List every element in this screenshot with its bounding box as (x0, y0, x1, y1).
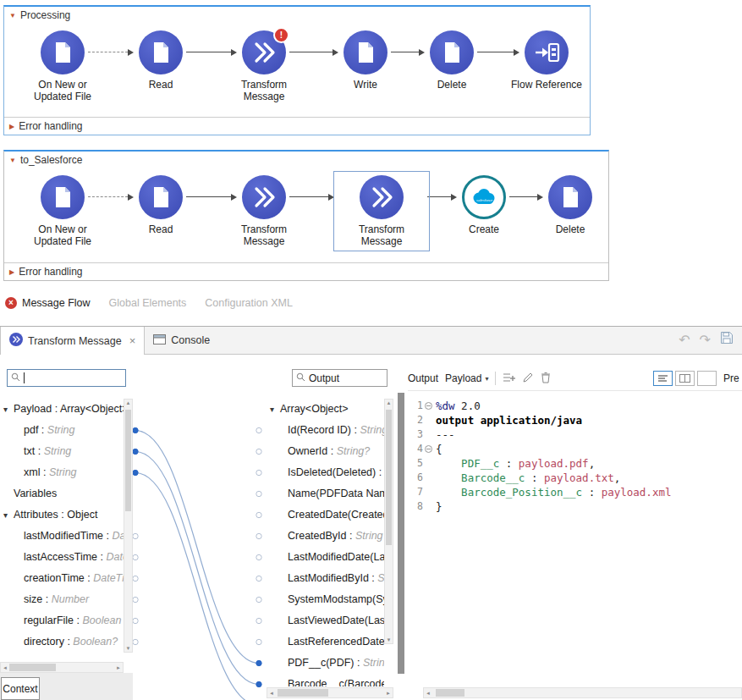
input-item-lastmodifiedtime[interactable]: lastModifiedTime : DateTime (0, 526, 124, 547)
preview-toggle[interactable]: Pre (723, 372, 742, 384)
flow-node-delete[interactable]: Delete (408, 30, 496, 91)
edit-icon[interactable] (522, 372, 534, 386)
code-horizontal-scrollbar[interactable]: ◄ (423, 687, 742, 698)
code-line[interactable]: PDF__c : payload.pdf, (436, 456, 671, 471)
code-line[interactable]: Barcode__c : payload.txt, (436, 471, 671, 485)
input-item-payload[interactable]: ▾Payload : Array<Object> (0, 399, 124, 420)
undo-icon[interactable]: ↶ (679, 332, 690, 349)
code-line[interactable]: { (436, 442, 671, 456)
input-search-field[interactable] (7, 369, 126, 387)
output-item-barcode-c-barcode[interactable]: Barcode__c(Barcode) : String (267, 674, 384, 686)
tab-configuration-xml[interactable]: Configuration XML (205, 297, 293, 309)
scrollbar-thumb[interactable] (386, 410, 392, 545)
flow-canvas[interactable]: On New or Updated FileRead!Transform Mes… (4, 24, 590, 117)
save-icon[interactable] (720, 331, 734, 349)
flow-node-transform-message[interactable]: Transform Message (338, 175, 426, 247)
close-tab-icon[interactable]: × (129, 334, 136, 347)
mapped-port-icon[interactable] (133, 449, 138, 454)
delete-icon[interactable] (541, 372, 551, 386)
view-toggle-blank[interactable] (697, 371, 717, 386)
redo-icon[interactable]: ↷ (700, 332, 711, 349)
panel-splitter[interactable] (398, 393, 404, 674)
flow-title-bar[interactable]: ▼Processing (4, 7, 590, 24)
open-port-icon[interactable] (256, 597, 261, 602)
scroll-left-icon[interactable]: ◄ (1, 663, 9, 672)
scrollbar-thumb[interactable] (125, 410, 131, 511)
flow-node-delete[interactable]: Delete (526, 175, 614, 235)
input-item-attributes[interactable]: ▾Attributes : Object (0, 504, 124, 526)
mapped-port-icon[interactable] (256, 660, 261, 665)
context-tab[interactable]: Context (1, 677, 40, 700)
add-target-icon[interactable] (503, 372, 515, 386)
flow-node-read[interactable]: Read (117, 175, 205, 235)
view-toggle-split[interactable] (675, 371, 695, 386)
scroll-up-icon[interactable]: ▲ (124, 400, 132, 405)
output-item-lastreferenceddate-last-referenced-date[interactable]: LastReferencedDate(Last Referenced Date)… (267, 631, 384, 653)
open-port-icon[interactable] (256, 491, 261, 496)
scroll-left-icon[interactable]: ◄ (424, 688, 432, 697)
open-port-icon[interactable] (256, 554, 261, 559)
flow-node-flow-reference[interactable]: Flow Reference (503, 30, 591, 91)
output-item-lastvieweddate-last-viewed-date[interactable]: LastViewedDate(Last Viewed Date) : DateT… (267, 610, 384, 631)
view-toggle-script-only[interactable] (653, 371, 673, 386)
input-tree-vertical-scrollbar[interactable]: ▲ ▼ (124, 399, 133, 653)
input-item-size[interactable]: size : Number (0, 589, 124, 610)
payload-dropdown[interactable]: Payload ▾ (445, 372, 488, 384)
open-port-icon[interactable] (133, 639, 138, 644)
open-port-icon[interactable] (256, 470, 261, 475)
scroll-left-icon[interactable]: ◄ (267, 688, 276, 697)
open-port-icon[interactable] (256, 427, 261, 433)
input-item-variables[interactable]: Variables (0, 483, 124, 504)
fold-icon[interactable] (425, 445, 432, 453)
mapping-line[interactable] (135, 431, 259, 664)
scroll-up-icon[interactable]: ▲ (385, 400, 393, 405)
mapped-port-icon[interactable] (133, 470, 138, 475)
open-port-icon[interactable] (256, 533, 261, 538)
scrollbar-thumb[interactable] (9, 664, 56, 671)
open-port-icon[interactable] (256, 618, 261, 623)
flow-container-processing[interactable]: ▼Processing On New or Updated FileRead!T… (3, 5, 591, 135)
input-item-pdf[interactable]: pdf : String (0, 420, 124, 441)
output-item-lastmodifieddate-last-modified-date[interactable]: LastModifiedDate(Last Modified Date) : D… (267, 547, 384, 568)
open-port-icon[interactable] (256, 512, 261, 517)
output-item-isdeleted-deleted[interactable]: IsDeleted(Deleted) : Boolean (267, 462, 384, 483)
code-line[interactable]: Barcode_Position__c : payload.xml (436, 485, 671, 499)
output-item-array-object[interactable]: ▾Array<Object> (267, 399, 384, 420)
flow-node-on-new-or-updated-file[interactable]: On New or Updated File (19, 30, 107, 102)
input-item-lastaccesstime[interactable]: lastAccessTime : DateTime (0, 547, 124, 568)
expander-icon[interactable]: ▾ (270, 399, 280, 420)
flow-node-read[interactable]: Read (117, 30, 205, 91)
code-line[interactable]: %dw 2.0 (436, 399, 671, 413)
scrollbar-thumb[interactable] (278, 689, 328, 697)
flow-canvas[interactable]: On New or Updated FileReadTransform Mess… (4, 168, 608, 262)
error-handling-bar[interactable]: ▶Error handling (4, 117, 590, 135)
input-item-directory[interactable]: directory : Boolean? (0, 631, 124, 653)
output-item-createdbyid[interactable]: CreatedById : String (267, 526, 384, 547)
scroll-right-icon[interactable]: ► (114, 663, 123, 672)
flow-node-transform-message[interactable]: !Transform Message (220, 30, 308, 102)
flow-container-to-salesforce[interactable]: ▼to_Salesforce On New or Updated FileRea… (3, 150, 609, 281)
open-port-icon[interactable] (256, 639, 261, 644)
code-line[interactable]: --- (436, 427, 671, 442)
tab-global-elements[interactable]: Global Elements (109, 297, 187, 309)
scroll-right-icon[interactable]: ► (384, 688, 393, 697)
input-item-txt[interactable]: txt : String (0, 441, 124, 462)
open-port-icon[interactable] (133, 576, 138, 581)
open-port-icon[interactable] (133, 533, 138, 538)
open-port-icon[interactable] (133, 554, 138, 559)
mapped-port-icon[interactable] (133, 427, 138, 433)
output-item-ownerid[interactable]: OwnerId : String? (267, 441, 384, 462)
scrollbar-thumb[interactable] (436, 689, 464, 697)
open-port-icon[interactable] (256, 449, 261, 454)
output-item-name-pdfdata-name[interactable]: Name(PDFData Name) : String (267, 483, 384, 504)
output-item-systemmodstamp-system-modstamp[interactable]: SystemModstamp(System Modstamp) : DateTi… (267, 589, 384, 610)
output-tree-vertical-scrollbar[interactable]: ▲ ▼ (384, 399, 393, 644)
output-item-createddate-created-date[interactable]: CreatedDate(Created Date) : DateTime (267, 504, 384, 526)
mapping-canvas[interactable] (127, 399, 267, 700)
expand-triangle-icon[interactable]: ▶ (9, 268, 14, 276)
input-tree-horizontal-scrollbar[interactable]: ◄ ► (0, 662, 124, 673)
open-port-icon[interactable] (256, 576, 261, 581)
expander-icon[interactable]: ▾ (3, 504, 14, 526)
scroll-down-icon[interactable]: ▼ (385, 637, 393, 642)
collapse-triangle-icon[interactable]: ▼ (9, 12, 16, 19)
